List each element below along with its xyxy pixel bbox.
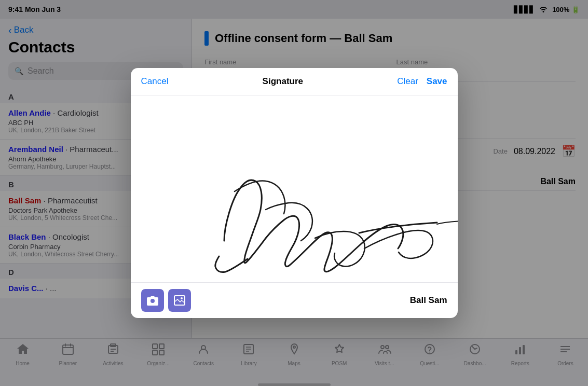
modal-clear-button[interactable]: Clear	[397, 76, 418, 87]
signer-name: Ball Sam	[410, 295, 447, 306]
footer-icon-buttons	[141, 289, 191, 312]
gallery-button[interactable]	[168, 289, 191, 312]
modal-header: Cancel Signature Clear Save	[131, 68, 458, 95]
camera-button[interactable]	[141, 289, 164, 312]
modal-actions: Clear Save	[397, 76, 447, 87]
signature-drawing	[131, 95, 458, 282]
svg-point-31	[181, 297, 183, 299]
signature-modal: Cancel Signature Clear Save	[131, 68, 458, 318]
modal-footer: Ball Sam	[131, 282, 458, 318]
signature-canvas[interactable]	[131, 95, 458, 282]
svg-point-29	[151, 299, 155, 303]
modal-title: Signature	[263, 76, 303, 87]
modal-cancel-button[interactable]: Cancel	[141, 76, 169, 87]
modal-save-button[interactable]: Save	[427, 76, 447, 87]
